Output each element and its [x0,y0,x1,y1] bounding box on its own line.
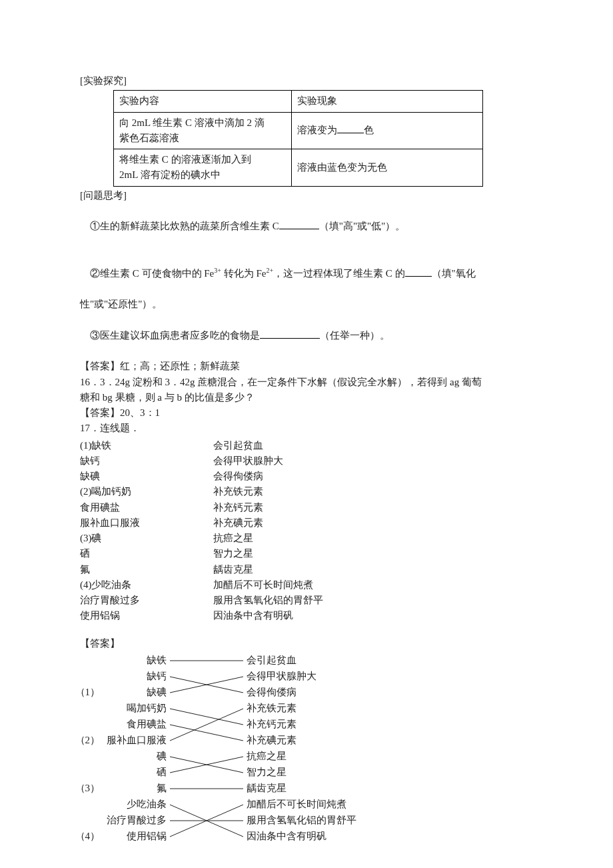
group-marker: （4） [80,831,100,841]
matching-row: (2)喝加钙奶补充铁元素 [80,484,533,499]
matching-left: (2)喝加钙奶 [80,484,213,499]
matching-right: 龋齿克星 [213,562,413,577]
matching-row: 服补血口服液补充碘元素 [80,515,533,531]
table-row: 实验内容 实验现象 [114,91,483,112]
table-cell-text: 向 2mL 维生素 C 溶液中滴加 2 滴 [119,117,265,128]
table-cell: 将维生素 C 的溶液逐渐加入到 2mL 溶有淀粉的碘水中 [114,149,292,187]
text-span: ①生的新鲜蔬菜比炊熟的蔬菜所含维生素 C [90,221,279,231]
ans-right: 加醋后不可长时间炖煮 [247,799,346,809]
ans-left: 氟 [157,783,167,793]
matching-question: (1)缺铁会引起贫血 缺钙会得甲状腺肿大 缺碘会得佝偻病 (2)喝加钙奶补充铁元… [80,438,533,624]
matching-row: 缺钙会得甲状腺肿大 [80,453,533,469]
experiment-heading: [实验探究] [80,73,533,89]
matching-right: 加醋后不可长时间炖煮 [213,577,413,593]
text-span: （填"氧化 [432,268,476,279]
matching-left: 硒 [80,546,213,561]
ans-left: 治疗胃酸过多 [107,815,167,825]
thinking-heading: [问题思考] [80,188,533,203]
text-span: 转化为 Fe [221,268,267,279]
group-marker: （1） [80,687,100,697]
matching-left: (1)缺铁 [80,438,213,453]
matching-right: 会得佝偻病 [213,469,413,484]
ans-right: 补充碘元素 [247,735,297,745]
fill-blank [260,328,320,339]
question-2-line1: ②维生素 C 可使食物中的 Fe3+ 转化为 Fe2+，这一过程体现了维生素 C… [80,250,533,297]
matching-left: (4)少吃油条 [80,577,213,593]
matching-row: 治疗胃酸过多服用含氢氧化铝的胃舒平 [80,593,533,608]
table-cell-text: 色 [364,125,374,135]
text-span: ，这一过程体现了维生素 C 的 [273,268,405,279]
table-cell: 溶液由蓝色变为无色 [292,149,483,187]
ans-left: 服补血口服液 [107,735,167,745]
fill-blank [337,123,364,133]
matching-left: 治疗胃酸过多 [80,593,213,608]
ans-left: 喝加钙奶 [127,703,167,713]
group-marker: （2） [80,735,100,745]
document-page: [实验探究] 实验内容 实验现象 向 2mL 维生素 C 溶液中滴加 2 滴 紫… [0,0,613,868]
matching-row: 缺碘会得佝偻病 [80,469,533,484]
ans-left: 缺钙 [147,671,167,681]
matching-right: 服用含氢氧化铝的胃舒平 [213,593,413,608]
matching-right: 补充铁元素 [213,484,413,499]
matching-row: 氟龋齿克星 [80,562,533,577]
ans-left: 缺铁 [147,655,167,665]
ans-right: 会得佝偻病 [247,687,297,697]
table-row: 将维生素 C 的溶液逐渐加入到 2mL 溶有淀粉的碘水中 溶液由蓝色变为无色 [114,149,483,187]
table-cell: 向 2mL 维生素 C 溶液中滴加 2 滴 紫色石蕊溶液 [114,112,292,149]
fill-blank [279,219,319,229]
table-cell: 溶液变为色 [292,112,483,149]
matching-right: 会引起贫血 [213,438,413,453]
matching-right: 会得甲状腺肿大 [213,453,413,469]
table-cell-text: 溶液变为 [297,125,337,135]
q17-title: 17．连线题． [80,421,533,436]
fill-blank [405,266,432,277]
q16-line1: 16．3．24g 淀粉和 3．42g 蔗糖混合，在一定条件下水解（假设完全水解）… [80,375,533,390]
connector-line [170,709,243,741]
q16-line2: 糖和 bg 果糖，则 a 与 b 的比值是多少？ [80,390,533,405]
q16-answer: 【答案】20、3：1 [80,405,533,421]
ans-left: 少吃油条 [127,799,167,809]
text-span: （填"高"或"低"）。 [319,221,406,231]
matching-left: 氟 [80,562,213,577]
q17-answer-label: 【答案】 [80,636,533,651]
question-2-line2: 性"或"还原性"）。 [80,297,533,312]
ans-right: 会引起贫血 [247,655,297,665]
superscript: 2+ [266,267,273,274]
ans-right: 智力之星 [247,767,287,777]
experiment-table: 实验内容 实验现象 向 2mL 维生素 C 溶液中滴加 2 滴 紫色石蕊溶液 溶… [113,90,483,186]
matching-row: (3)碘抗癌之星 [80,531,533,546]
matching-left: 服补血口服液 [80,515,213,531]
table-cell-text: 2mL 溶有淀粉的碘水中 [119,169,221,180]
matching-answer-diagram: （1） （2） （3） （4） 缺铁 缺钙 缺碘 喝加钙奶 食用碘盐 服补血口服… [80,654,373,847]
ans-left: 缺碘 [147,687,167,697]
ans-left: 碘 [156,751,167,761]
ans-left: 使用铝锅 [127,831,167,841]
table-cell-text: 将维生素 C 的溶液逐渐加入到 [119,154,251,165]
text-span: ③医生建议坏血病患者应多吃的食物是 [90,330,260,341]
ans-right: 补充铁元素 [247,703,297,713]
connector-line [170,725,243,741]
ans-right: 龋齿克星 [247,783,287,793]
text-span: ②维生素 C 可使食物中的 Fe [90,268,214,279]
ans-right: 会得甲状腺肿大 [247,671,316,681]
ans-left: 食用碘盐 [127,719,167,729]
matching-right: 抗癌之星 [213,531,413,546]
superscript: 3+ [214,267,221,274]
text-span: （任举一种）。 [320,330,390,341]
matching-left: (3)碘 [80,531,213,546]
question-1: ①生的新鲜蔬菜比炊熟的蔬菜所含维生素 C（填"高"或"低"）。 [80,203,533,250]
matching-left: 缺碘 [80,469,213,484]
matching-row: (4)少吃油条加醋后不可长时间炖煮 [80,577,533,593]
matching-row: (1)缺铁会引起贫血 [80,438,533,453]
table-row: 向 2mL 维生素 C 溶液中滴加 2 滴 紫色石蕊溶液 溶液变为色 [114,112,483,149]
table-header-phenomenon: 实验现象 [292,91,483,112]
answer-line: 【答案】红；高；还原性；新鲜蔬菜 [80,359,533,374]
matching-left: 食用碘盐 [80,500,213,515]
question-3: ③医生建议坏血病患者应多吃的食物是（任举一种）。 [80,313,533,359]
ans-right: 抗癌之星 [247,751,287,761]
ans-right: 服用含氢氧化铝的胃舒平 [247,815,356,825]
matching-left: 使用铝锅 [80,608,213,623]
table-header-content: 实验内容 [114,91,292,112]
matching-row: 食用碘盐补充钙元素 [80,500,533,515]
group-marker: （3） [80,783,100,793]
